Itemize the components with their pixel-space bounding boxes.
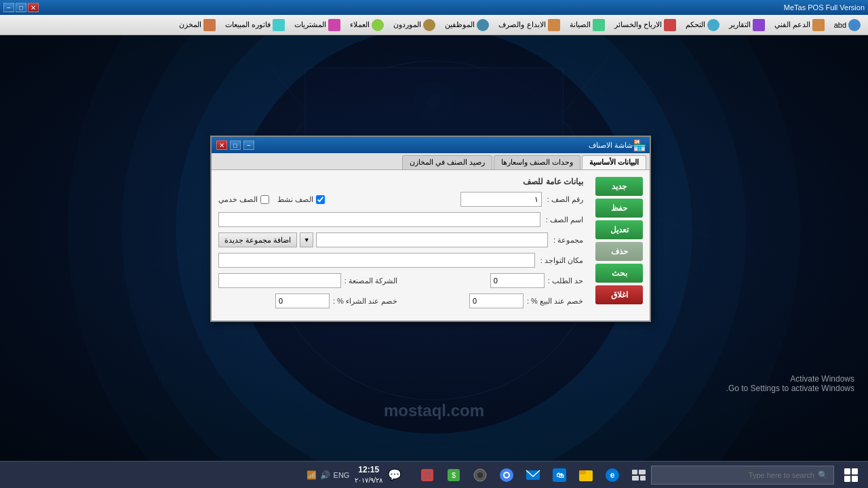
buy-discount-label: خصم عند الشراء % : (333, 297, 397, 306)
taskbar-mail-icon[interactable] (521, 463, 545, 487)
tab-basic-data[interactable]: البيانات الأساسية (582, 155, 646, 169)
tab-units-prices[interactable]: وحدات الصنف واسعارها (494, 155, 580, 169)
close-button[interactable]: ✕ (28, 3, 39, 12)
app-title: MeTas POS Full Version (784, 3, 865, 12)
menu-item-warehouse[interactable]: المخزن (175, 17, 220, 33)
group-input[interactable] (316, 232, 548, 247)
volume-icon: 🔊 (320, 470, 330, 480)
clock-display[interactable]: 12:15 ٢٠١٧/٩/٢٨ (355, 465, 382, 485)
delete-button[interactable]: حذف (595, 242, 643, 261)
menu-item-exchange[interactable]: الابداع والصرف (494, 17, 564, 33)
menu-item-profits[interactable]: الارباح والخسائر (610, 17, 680, 33)
active-checkbox[interactable] (316, 195, 325, 204)
menu-item-maintenance[interactable]: الصيانة (566, 17, 609, 33)
dialog-icon: 🏪 (633, 140, 646, 151)
purchases-icon (328, 19, 340, 31)
taskbar-app1-icon[interactable]: $ (441, 463, 466, 487)
menu-item-support[interactable]: الدعم الفني (770, 17, 829, 33)
item-number-input[interactable] (460, 192, 542, 207)
svg-rect-15 (579, 470, 586, 474)
dialog-maximize-button[interactable]: □ (230, 140, 241, 150)
maximize-button[interactable]: □ (16, 3, 26, 12)
taskbar-store-icon[interactable]: 🛍 (547, 463, 572, 487)
start-button[interactable] (834, 462, 868, 489)
dialog-title-bar: ✕ □ − شاشة الاصناف 🏪 (212, 137, 650, 153)
language-indicator[interactable]: ENG (334, 471, 350, 479)
sales-icon (273, 19, 285, 31)
taskbar-system-tray: 📶 🔊 ENG 12:15 ٢٠١٧/٩/٢٨ 💬 (307, 465, 408, 485)
svg-text:$: $ (452, 471, 456, 479)
app-title-bar: MeTas POS Full Version − □ ✕ (0, 0, 868, 15)
dialog-minimize-button[interactable]: − (243, 140, 254, 150)
add-group-button[interactable]: اضافة مجموعة جديدة (218, 232, 297, 247)
action-buttons-panel: جديد حفظ تعديل حذف بحث اغلاق (589, 177, 643, 314)
dialog-close-button[interactable]: ✕ (216, 140, 227, 150)
tab-warehouse-balance[interactable]: رصيد الصنف في المخازن (402, 155, 492, 169)
edit-button[interactable]: تعديل (595, 220, 643, 239)
taskbar-app2-icon[interactable]: 🎵 (415, 463, 439, 487)
notification-button[interactable]: 💬 (388, 468, 401, 481)
warehouse-icon (203, 19, 216, 31)
dialog-body: جديد حفظ تعديل حذف بحث اغلاق بيانات عامة… (212, 170, 650, 321)
employees-icon (477, 19, 489, 31)
menu-item-purchases[interactable]: المشتريات (290, 17, 344, 33)
service-checkbox[interactable] (260, 195, 269, 204)
network-icon: 📶 (307, 470, 317, 480)
svg-rect-9 (639, 470, 646, 474)
taskbar-explorer-icon[interactable] (574, 463, 598, 487)
item-name-label: اسم الصف : (546, 216, 583, 224)
location-row: مكان التواجد : (218, 253, 583, 268)
dialog-window: ✕ □ − شاشة الاصناف 🏪 البيانات الأساسية و… (210, 136, 651, 322)
desktop: Activate Windows Go to Settings to activ… (0, 0, 868, 461)
group-label: مجموعة : (553, 236, 583, 245)
taskbar-chrome-icon[interactable] (494, 463, 519, 487)
task-view-button[interactable] (627, 463, 651, 487)
svg-point-23 (477, 472, 483, 478)
buy-discount-input[interactable] (275, 293, 330, 308)
menu-item-reports[interactable]: التقارير (725, 17, 769, 33)
menu-item-abd[interactable]: abd (830, 17, 865, 33)
sell-discount-col: خصم عند البيع % : (404, 293, 583, 308)
sell-discount-input[interactable] (469, 293, 524, 308)
group-dropdown-button[interactable]: ▼ (300, 232, 313, 247)
taskbar-settings-icon[interactable] (468, 463, 492, 487)
order-limit-label: حد الطلب : (548, 277, 583, 285)
active-label: الصف نشط (277, 195, 313, 204)
item-number-row: رقم الصف : الصف نشط الصف خدمي (218, 192, 583, 207)
taskbar-search-bar[interactable]: 🔍 (651, 466, 834, 485)
close-dialog-button[interactable]: اغلاق (595, 285, 643, 304)
menu-item-suppliers[interactable]: الموردون (389, 17, 439, 33)
two-col-row1: حد الطلب : الشركة المصنعة : (218, 273, 583, 288)
support-icon (812, 19, 825, 31)
customers-icon (372, 19, 384, 31)
menu-item-control[interactable]: التحكم (682, 17, 724, 33)
taskbar-search-input[interactable] (657, 471, 814, 479)
search-button[interactable]: بحث (595, 264, 643, 283)
minimize-button[interactable]: − (3, 3, 14, 12)
new-button[interactable]: جديد (595, 177, 643, 196)
clock-date: ٢٠١٧/٩/٢٨ (355, 476, 382, 485)
taskbar-center-buttons: e 🛍 (415, 463, 651, 487)
location-label: مكان التواجد : (540, 256, 583, 265)
svg-rect-11 (640, 476, 646, 481)
item-name-input[interactable] (218, 212, 540, 227)
order-limit-col: حد الطلب : (404, 273, 583, 288)
sell-discount-label: خصم عند البيع % : (527, 297, 583, 306)
svg-point-21 (505, 473, 509, 477)
taskbar-edge-icon[interactable]: e (600, 463, 625, 487)
control-icon (707, 19, 719, 31)
save-button[interactable]: حفظ (595, 199, 643, 218)
taskbar: 🔍 e 🛍 (0, 461, 868, 488)
window-controls: − □ ✕ (3, 3, 39, 12)
menu-item-sales[interactable]: فاتوره المبيعات (221, 17, 289, 33)
manufacturer-input[interactable] (218, 273, 341, 288)
service-label: الصف خدمي (218, 195, 258, 204)
location-input[interactable] (218, 253, 535, 268)
abd-icon (848, 19, 861, 31)
order-limit-input[interactable] (490, 273, 545, 288)
menu-item-customers[interactable]: العملاء (346, 17, 388, 33)
svg-rect-10 (632, 476, 639, 481)
menu-item-employees[interactable]: الموظفين (441, 17, 493, 33)
manufacturer-label: الشركة المصنعة : (344, 277, 397, 285)
two-col-row2: خصم عند البيع % : خصم عند الشراء % : (218, 293, 583, 308)
